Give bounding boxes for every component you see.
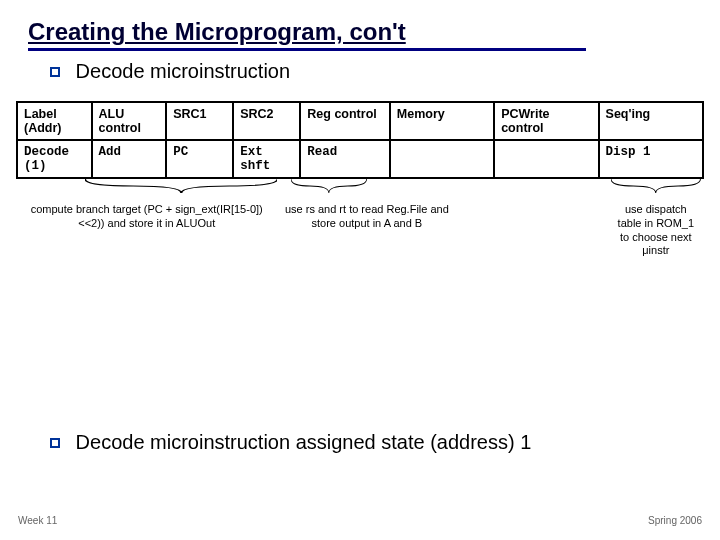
footer-right: Spring 2006 [648,515,702,526]
cell-src1: PC [166,140,233,178]
brace-icon [291,179,367,193]
footer-left: Week 11 [18,515,57,526]
th-alu: ALU control [92,102,167,140]
brace-row [16,179,704,199]
bullet-bottom-row: Decode microinstruction assigned state (… [50,430,531,454]
cell-memory [390,140,494,178]
th-pcwrite: PCWrite control [494,102,598,140]
title-area: Creating the Microprogram, con't [0,0,720,51]
annotation-4: use dispatch table in ROM_1 to choose ne… [608,201,704,258]
bullet-square-icon [50,67,60,77]
annotation-3 [456,201,607,258]
th-label: Label (Addr) [17,102,92,140]
th-reg: Reg control [300,102,389,140]
bullet-top-text: Decode microinstruction [76,60,291,82]
brace-icon [611,179,700,193]
annotation-1: compute branch target (PC + sign_ext(IR[… [16,201,277,258]
table-data-row: Decode (1) Add PC Ext shft Read Disp 1 [17,140,703,178]
cell-pcwrite [494,140,598,178]
brace-icon [85,179,278,193]
cell-label: Decode (1) [17,140,92,178]
cell-src2: Ext shft [233,140,300,178]
cell-reg: Read [300,140,389,178]
cell-label-name: Decode [24,145,69,159]
annotation-row: compute branch target (PC + sign_ext(IR[… [16,201,704,258]
microinstruction-table: Label (Addr) ALU control SRC1 SRC2 Reg c… [16,101,704,179]
th-src1: SRC1 [166,102,233,140]
th-src2: SRC2 [233,102,300,140]
th-seq: Seq'ing [599,102,703,140]
cell-alu: Add [92,140,167,178]
bullet-bottom-text: Decode microinstruction assigned state (… [76,431,532,453]
annotation-2: use rs and rt to read Reg.File and store… [277,201,456,258]
cell-seq: Disp 1 [599,140,703,178]
th-memory: Memory [390,102,494,140]
table-header-row: Label (Addr) ALU control SRC1 SRC2 Reg c… [17,102,703,140]
bullet-top-row: Decode microinstruction [0,51,720,83]
bullet-square-icon [50,438,60,448]
cell-label-addr: (1) [24,159,47,173]
slide-title: Creating the Microprogram, con't [28,18,586,51]
